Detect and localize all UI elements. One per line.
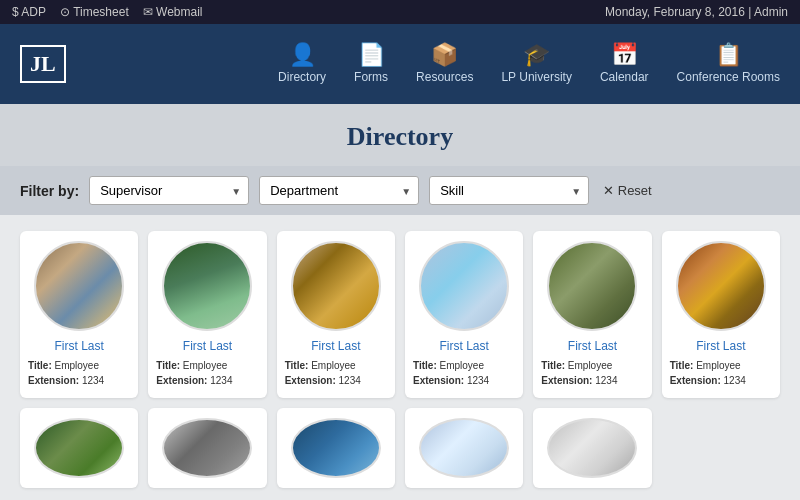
person-info-6: Title: Employee Extension: 1234 xyxy=(670,358,772,388)
lp-university-icon: 🎓 xyxy=(523,44,550,66)
page-title: Directory xyxy=(0,122,800,152)
webmail-link[interactable]: ✉ Webmail xyxy=(143,5,203,19)
department-select[interactable]: Department xyxy=(259,176,419,205)
avatar-10 xyxy=(419,418,509,478)
supervisor-select-wrapper: Supervisor xyxy=(89,176,249,205)
topbar: $ ADP ⊙ Timesheet ✉ Webmail Monday, Febr… xyxy=(0,0,800,24)
skill-select[interactable]: Skill xyxy=(429,176,589,205)
adp-link[interactable]: $ ADP xyxy=(12,5,46,19)
nav-conference-rooms-label: Conference Rooms xyxy=(677,70,780,84)
supervisor-select[interactable]: Supervisor xyxy=(89,176,249,205)
directory-grid: First Last Title: Employee Extension: 12… xyxy=(20,231,780,488)
nav-item-conference-rooms[interactable]: 📋 Conference Rooms xyxy=(677,44,780,84)
person-card-9[interactable] xyxy=(277,408,395,488)
person-card-8[interactable] xyxy=(148,408,266,488)
nav-lp-university-label: LP University xyxy=(501,70,571,84)
skill-select-wrapper: Skill xyxy=(429,176,589,205)
person-info-2: Title: Employee Extension: 1234 xyxy=(156,358,258,388)
person-name-5: First Last xyxy=(568,339,617,353)
avatar-3 xyxy=(291,241,381,331)
nav-resources-label: Resources xyxy=(416,70,473,84)
logo-text: JL xyxy=(30,51,56,76)
nav-item-directory[interactable]: 👤 Directory xyxy=(278,44,326,84)
person-name-3: First Last xyxy=(311,339,360,353)
avatar-5 xyxy=(547,241,637,331)
person-card-3[interactable]: First Last Title: Employee Extension: 12… xyxy=(277,231,395,398)
nav-item-lp-university[interactable]: 🎓 LP University xyxy=(501,44,571,84)
person-card-4[interactable]: First Last Title: Employee Extension: 12… xyxy=(405,231,523,398)
nav-item-forms[interactable]: 📄 Forms xyxy=(354,44,388,84)
person-info-5: Title: Employee Extension: 1234 xyxy=(541,358,643,388)
nav-item-calendar[interactable]: 📅 Calendar xyxy=(600,44,649,84)
person-card-11[interactable] xyxy=(533,408,651,488)
navbar: JL 👤 Directory 📄 Forms 📦 Resources 🎓 LP … xyxy=(0,24,800,104)
resources-icon: 📦 xyxy=(431,44,458,66)
directory-icon: 👤 xyxy=(289,44,316,66)
filter-bar: Filter by: Supervisor Department Skill ✕… xyxy=(0,166,800,215)
avatar-2 xyxy=(162,241,252,331)
avatar-7 xyxy=(34,418,124,478)
nav-forms-label: Forms xyxy=(354,70,388,84)
person-name-4: First Last xyxy=(439,339,488,353)
nav-item-resources[interactable]: 📦 Resources xyxy=(416,44,473,84)
person-card-5[interactable]: First Last Title: Employee Extension: 12… xyxy=(533,231,651,398)
avatar-11 xyxy=(547,418,637,478)
person-name-6: First Last xyxy=(696,339,745,353)
reset-button[interactable]: ✕ Reset xyxy=(603,183,652,198)
person-info-4: Title: Employee Extension: 1234 xyxy=(413,358,515,388)
topbar-left: $ ADP ⊙ Timesheet ✉ Webmail xyxy=(12,5,203,19)
department-select-wrapper: Department xyxy=(259,176,419,205)
person-info-3: Title: Employee Extension: 1234 xyxy=(285,358,387,388)
nav-directory-label: Directory xyxy=(278,70,326,84)
avatar-6 xyxy=(676,241,766,331)
timesheet-link[interactable]: ⊙ Timesheet xyxy=(60,5,129,19)
filter-label: Filter by: xyxy=(20,183,79,199)
forms-icon: 📄 xyxy=(358,44,385,66)
person-card-2[interactable]: First Last Title: Employee Extension: 12… xyxy=(148,231,266,398)
calendar-icon: 📅 xyxy=(611,44,638,66)
logo[interactable]: JL xyxy=(20,45,66,83)
person-card-1[interactable]: First Last Title: Employee Extension: 12… xyxy=(20,231,138,398)
avatar-8 xyxy=(162,418,252,478)
person-card-6[interactable]: First Last Title: Employee Extension: 12… xyxy=(662,231,780,398)
directory-area: First Last Title: Employee Extension: 12… xyxy=(0,215,800,500)
conference-rooms-icon: 📋 xyxy=(715,44,742,66)
person-name-2: First Last xyxy=(183,339,232,353)
avatar-1 xyxy=(34,241,124,331)
topbar-date: Monday, February 8, 2016 | Admin xyxy=(605,5,788,19)
person-card-7[interactable] xyxy=(20,408,138,488)
person-name-1: First Last xyxy=(54,339,103,353)
person-info-1: Title: Employee Extension: 1234 xyxy=(28,358,130,388)
person-card-10[interactable] xyxy=(405,408,523,488)
avatar-9 xyxy=(291,418,381,478)
nav-items: 👤 Directory 📄 Forms 📦 Resources 🎓 LP Uni… xyxy=(278,44,780,84)
nav-calendar-label: Calendar xyxy=(600,70,649,84)
avatar-4 xyxy=(419,241,509,331)
page-title-area: Directory xyxy=(0,104,800,166)
